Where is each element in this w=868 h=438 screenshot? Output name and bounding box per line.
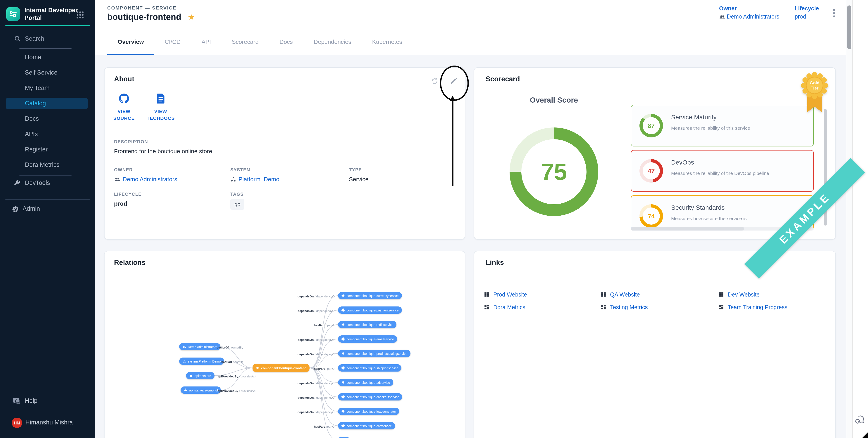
scorecard-items: 87Service MaturityMeasures the reliabili… [631, 105, 814, 228]
badge-line1: Gold [810, 80, 819, 85]
links-title: Links [486, 259, 504, 267]
score-donut: 74 [640, 204, 663, 228]
favorite-star-icon[interactable]: ★ [188, 13, 195, 22]
dashboard-icon [484, 292, 490, 297]
tag-chip[interactable]: go [230, 199, 245, 210]
score-donut: 47 [640, 159, 663, 182]
relation-node-center[interactable]: component:boutique-frontend [252, 364, 310, 372]
wrench-icon [13, 179, 20, 187]
header-owner: Owner Demo Administrators [719, 5, 779, 20]
description-label: DESCRIPTION [114, 139, 212, 144]
edge-label: dependsOn / dependencyOf [298, 381, 335, 385]
relation-node-component-boutique-cartservice[interactable]: component:boutique-cartservice [338, 422, 395, 429]
relation-node-component-boutique-paymentservice[interactable]: component:boutique-paymentservice [338, 306, 402, 314]
relation-node-component-boutique-shippingservice[interactable]: component:boutique-shippingservice [338, 364, 401, 372]
user-name: Himanshu Mishra [25, 419, 73, 426]
sidebar-item-catalog[interactable]: Catalog [0, 96, 95, 111]
about-card: About VIEW SOURCE VIEW T [104, 67, 465, 240]
owner-link[interactable]: Demo Administrators [719, 13, 779, 20]
sidebar-item-my-team[interactable]: My Team [0, 80, 95, 96]
techdocs-icon [156, 94, 165, 103]
owner-entity-link[interactable]: Demo Administrators [114, 176, 177, 182]
score-donut: 87 [640, 114, 663, 137]
relation-node-api-petstore[interactable]: api:petstore [186, 372, 214, 379]
tab-ci-cd[interactable]: CI/CD [154, 30, 191, 55]
link-qa-website[interactable]: QA Website [600, 291, 718, 298]
tabs: OverviewCI/CDAPIScorecardDocsDependencie… [107, 30, 412, 55]
link-team-training-progress[interactable]: Team Training Progress [718, 304, 819, 310]
group-icon [719, 14, 725, 20]
sidebar-item-docs[interactable]: Docs [0, 111, 95, 127]
page-scrollbar-thumb[interactable] [847, 5, 851, 49]
links-grid: Prod WebsiteQA WebsiteDev WebsiteDora Me… [484, 291, 819, 310]
dashboard-icon [600, 292, 607, 297]
relation-node-api-starwars-graphql[interactable]: api:starwars-graphql [181, 386, 221, 394]
overall-score-label: Overall Score [501, 96, 607, 104]
gear-icon [12, 206, 19, 213]
header-lifecycle: Lifecycle prod [795, 5, 819, 20]
search-input[interactable]: Search [0, 33, 95, 45]
tab-overview[interactable]: Overview [107, 30, 154, 55]
edge-label: hasPart / partOf [314, 367, 335, 370]
score-name: DevOps [671, 159, 694, 166]
relation-node-demo-administrators[interactable]: Demo Administrators [179, 343, 220, 350]
edge-label: dependsOn / dependencyOf [298, 410, 335, 413]
view-techdocs-label: VIEW TECHDOCS [147, 108, 175, 122]
dashboard-icon [600, 304, 607, 310]
help-button[interactable]: ? Help [0, 394, 95, 409]
edge-label: dependsOn / dependencyOf [298, 352, 335, 356]
relation-node-component-boutique-productcatalogservice[interactable]: component:boutique-productcatalogservice [338, 350, 410, 357]
annotation-circle [440, 66, 469, 101]
relation-node-component-boutique-emailservice[interactable]: component:boutique-emailservice [338, 335, 397, 343]
link-prod-website[interactable]: Prod Website [484, 291, 600, 298]
tab-kubernetes[interactable]: Kubernetes [362, 30, 412, 55]
relation-node-component-boutique-currencyservice[interactable]: component:boutique-currencyservice [338, 292, 402, 299]
system-icon [230, 176, 236, 182]
scorecard-card: Scorecard Overall Score 75 87Service Mat… [474, 67, 836, 240]
link-testing-metrics[interactable]: Testing Metrics [600, 304, 718, 310]
edge-label: apiProvidedBy / providesApi [218, 375, 256, 378]
cursor-artifact [862, 432, 868, 438]
user-menu[interactable]: HM Himanshu Mishra [0, 415, 95, 431]
page-title: boutique-frontend [107, 12, 181, 22]
link-dev-website[interactable]: Dev Website [718, 291, 819, 298]
relation-node-component-boutique-loadgenerator[interactable]: component:boutique-loadgenerator [338, 408, 399, 415]
sidebar-item-admin[interactable]: Admin [0, 202, 95, 217]
sidebar-item-self-service[interactable]: Self Service [0, 65, 95, 80]
tab-scorecard[interactable]: Scorecard [221, 30, 269, 55]
sidebar-item-register[interactable]: Register [0, 142, 95, 157]
relation-node-system-platform-demo[interactable]: system:Platform_Demo [179, 358, 224, 365]
link-dora-metrics[interactable]: Dora Metrics [484, 304, 600, 310]
sidebar-item-dora-metrics[interactable]: Dora Metrics [0, 157, 95, 173]
edge-label: ownerOf / ownedBy [217, 346, 243, 349]
tab-api[interactable]: API [191, 30, 221, 55]
view-techdocs-action[interactable]: VIEW TECHDOCS [147, 94, 175, 122]
page-scrollbar-track[interactable] [846, 0, 852, 438]
relation-node-component-boutique-adservice[interactable]: component:boutique-adservice [338, 379, 393, 386]
refresh-button[interactable] [427, 74, 442, 88]
relation-node-component-boutique-redisservice[interactable]: component:boutique-redisservice [338, 321, 397, 328]
score-name: Security Standards [671, 204, 725, 211]
relation-node-component-boutique-checkoutservice[interactable]: component:boutique-checkoutservice [338, 393, 402, 401]
sidebar-item-home[interactable]: Home [0, 50, 95, 65]
portal-title: Internal Developer Portal [25, 6, 79, 22]
feedback-chat-icon[interactable] [855, 414, 865, 425]
apps-grid-icon[interactable] [76, 11, 84, 19]
edge-label: hasPart / partOf [221, 360, 243, 363]
scorecard-title: Scorecard [486, 75, 520, 83]
score-item-devops[interactable]: 47DevOpsMeasures the reliability of the … [631, 150, 814, 192]
edge-label: dependsOn / dependencyOf [298, 396, 335, 399]
system-entity-link[interactable]: Platform_Demo [230, 176, 279, 182]
view-source-action[interactable]: VIEW SOURCE [110, 94, 138, 122]
tab-docs[interactable]: Docs [269, 30, 303, 55]
score-item-service-maturity[interactable]: 87Service MaturityMeasures the reliabili… [631, 105, 814, 146]
more-options-icon[interactable]: ••• [831, 8, 837, 18]
tab-dependencies[interactable]: Dependencies [303, 30, 362, 55]
app-window: Internal Developer Portal Search HomeSel… [0, 0, 868, 438]
gold-tier-badge: Gold Tier [800, 70, 829, 114]
sidebar-item-apis[interactable]: APIs [0, 127, 95, 142]
view-source-label: VIEW SOURCE [110, 108, 138, 122]
relations-graph: Demo AdministratorsownerOf / ownedBysyst… [104, 251, 465, 438]
sidebar-item-devtools[interactable]: DevTools [0, 176, 95, 191]
group-icon [114, 176, 120, 182]
